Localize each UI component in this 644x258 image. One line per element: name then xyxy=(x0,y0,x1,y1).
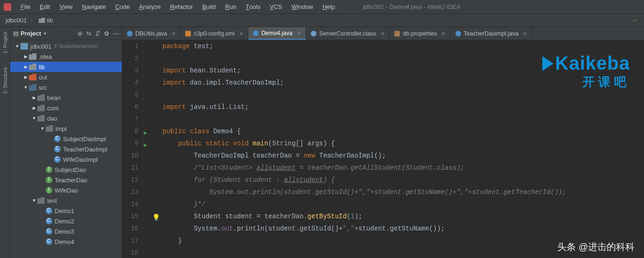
run-icon[interactable]: ▶ xyxy=(144,127,147,139)
logo-text: Kaikeba xyxy=(555,53,630,74)
tree-item-subjectdaoimpl[interactable]: SubjectDaoImpl xyxy=(10,134,122,144)
left-toolstrip: 1: Project 2: Structure xyxy=(0,27,10,258)
gutter-icons[interactable]: ▶▶ xyxy=(143,40,152,258)
tab-demo4-java[interactable]: Demo4.java× xyxy=(248,27,306,40)
breadcrumb-project[interactable]: jdbc001 xyxy=(6,17,27,24)
collapse-icon[interactable]: ⇵ xyxy=(95,30,100,37)
tree-label: .idea xyxy=(39,53,52,60)
toolstrip-structure[interactable]: 2: Structure xyxy=(2,67,8,94)
line-gutter[interactable]: 123456789101112131415161718 xyxy=(122,40,143,258)
menu-run[interactable]: Run xyxy=(220,3,241,10)
hide-icon[interactable]: — xyxy=(113,30,119,37)
close-icon[interactable]: × xyxy=(441,30,445,37)
java-file-icon xyxy=(127,31,133,36)
java-file-icon xyxy=(455,31,461,36)
menu-refactor[interactable]: Refactor xyxy=(165,3,197,10)
menu-analyze[interactable]: Analyze xyxy=(134,3,165,10)
tree-item-impl[interactable]: ▼impl xyxy=(10,123,122,134)
tree-item-teacherdaoimpl[interactable]: TeacherDaoImpl xyxy=(10,144,122,154)
tree-item-demo4[interactable]: Demo4 xyxy=(10,236,122,247)
tree-item-teacherdao[interactable]: TeacherDao xyxy=(10,175,122,185)
tree-label: lib xyxy=(39,64,45,71)
toolstrip-project[interactable]: 1: Project xyxy=(2,32,8,53)
menu-code[interactable]: Code xyxy=(111,3,134,10)
tree-label: TeacherDaoImpl xyxy=(63,146,107,153)
tree-item-dao[interactable]: ▼dao xyxy=(10,113,122,123)
tree-item-subjectdao[interactable]: SubjectDao xyxy=(10,165,122,175)
tree-item-wifedaoimpl[interactable]: WifeDaoImpl xyxy=(10,154,122,165)
menubar: FileEditViewNavigateCodeAnalyzeRefactorB… xyxy=(0,0,644,14)
tree-item-lib[interactable]: ▶lib xyxy=(10,62,122,72)
tree-arrow-icon[interactable]: ▼ xyxy=(39,126,46,131)
project-dropdown-icon[interactable]: ▤ xyxy=(13,30,19,37)
project-tree[interactable]: ▼jdbc001F:\kaikeba\works\▶.idea▶lib▶out▼… xyxy=(10,40,122,258)
close-icon[interactable]: × xyxy=(172,30,175,37)
app-icon xyxy=(4,3,11,11)
package-icon xyxy=(37,197,45,204)
tree-item-wifedao[interactable]: WifeDao xyxy=(10,185,122,195)
locate-icon[interactable]: ⊕ xyxy=(77,30,83,37)
sidebar-title[interactable]: Project xyxy=(21,30,41,37)
menu-navigate[interactable]: Navigate xyxy=(77,3,111,10)
tree-arrow-icon[interactable]: ▶ xyxy=(22,64,29,69)
tree-label: TeacherDao xyxy=(55,177,87,184)
expand-icon[interactable]: ⇆ xyxy=(86,30,91,37)
interface-icon xyxy=(46,187,52,194)
fold-bar[interactable]: 💡 xyxy=(152,40,159,258)
tree-arrow-icon[interactable]: ▼ xyxy=(22,85,29,90)
tree-label: test xyxy=(47,197,57,204)
menu-tools[interactable]: Tools xyxy=(241,3,265,10)
close-icon[interactable]: × xyxy=(381,30,385,37)
menu-edit[interactable]: Edit xyxy=(35,3,55,10)
tree-arrow-icon[interactable]: ▼ xyxy=(14,44,21,49)
tree-arrow-icon[interactable]: ▶ xyxy=(31,106,37,110)
menu-view[interactable]: View xyxy=(55,3,77,10)
package-icon xyxy=(46,125,53,132)
tab-c3p0-config-xml[interactable]: c3p0-config.xml× xyxy=(181,27,248,40)
tree-item-test[interactable]: ▼test xyxy=(10,195,122,206)
tree-item-.idea[interactable]: ▶.idea xyxy=(10,51,122,62)
tab-servercontroller-class[interactable]: ServerController.class× xyxy=(306,27,390,40)
tab-label: db.properties xyxy=(403,30,437,37)
build-indicator-icon[interactable]: ⟋ xyxy=(630,15,640,26)
tree-arrow-icon[interactable]: ▶ xyxy=(31,95,37,100)
tree-label: Demo3 xyxy=(55,228,74,235)
menu-vcs[interactable]: VCS xyxy=(265,3,287,10)
tree-item-bean[interactable]: ▶bean xyxy=(10,93,122,103)
close-icon[interactable]: × xyxy=(523,30,527,37)
tab-label: DBUtils.java xyxy=(135,30,167,37)
tree-item-demo1[interactable]: Demo1 xyxy=(10,206,122,216)
tab-teacherdaoimpl-java[interactable]: TeacherDaoImpl.java× xyxy=(451,27,532,40)
props-file-icon xyxy=(394,31,400,36)
menu-help[interactable]: Help xyxy=(318,3,340,10)
tree-arrow-icon[interactable]: ▼ xyxy=(31,116,37,121)
intention-bulb-icon[interactable]: 💡 xyxy=(152,212,160,224)
tree-item-jdbc001[interactable]: ▼jdbc001F:\kaikeba\works\ xyxy=(10,41,122,51)
tree-arrow-icon[interactable]: ▼ xyxy=(31,198,37,203)
run-icon[interactable]: ▶ xyxy=(144,139,147,151)
chevron-down-icon[interactable]: ▼ xyxy=(43,31,47,36)
tree-item-demo3[interactable]: Demo3 xyxy=(10,226,122,236)
tree-label: impl xyxy=(56,125,67,132)
menu-build[interactable]: Build xyxy=(197,3,220,10)
tree-item-com[interactable]: ▶com xyxy=(10,103,122,113)
tree-item-demo2[interactable]: Demo2 xyxy=(10,216,122,226)
tree-arrow-icon[interactable]: ▶ xyxy=(22,54,29,59)
folder-red-icon xyxy=(29,74,36,80)
folder-blue-icon xyxy=(29,84,36,91)
breadcrumb-folder[interactable]: lib xyxy=(47,17,53,24)
tree-item-src[interactable]: ▼src xyxy=(10,82,122,93)
tab-db-properties[interactable]: db.properties× xyxy=(390,27,450,40)
tree-label: SubjectDao xyxy=(55,166,86,173)
menu-file[interactable]: File xyxy=(16,3,35,10)
tab-dbutils-java[interactable]: DBUtils.java× xyxy=(122,27,181,40)
class-icon xyxy=(46,218,52,224)
close-icon[interactable]: × xyxy=(239,30,243,37)
settings-icon[interactable]: ✿ xyxy=(104,30,109,37)
close-icon[interactable]: × xyxy=(297,29,301,37)
module-icon xyxy=(21,43,28,50)
play-icon xyxy=(542,56,553,71)
menu-window[interactable]: Window xyxy=(287,3,318,10)
tree-item-out[interactable]: ▶out xyxy=(10,72,122,82)
tree-arrow-icon[interactable]: ▶ xyxy=(22,75,29,79)
